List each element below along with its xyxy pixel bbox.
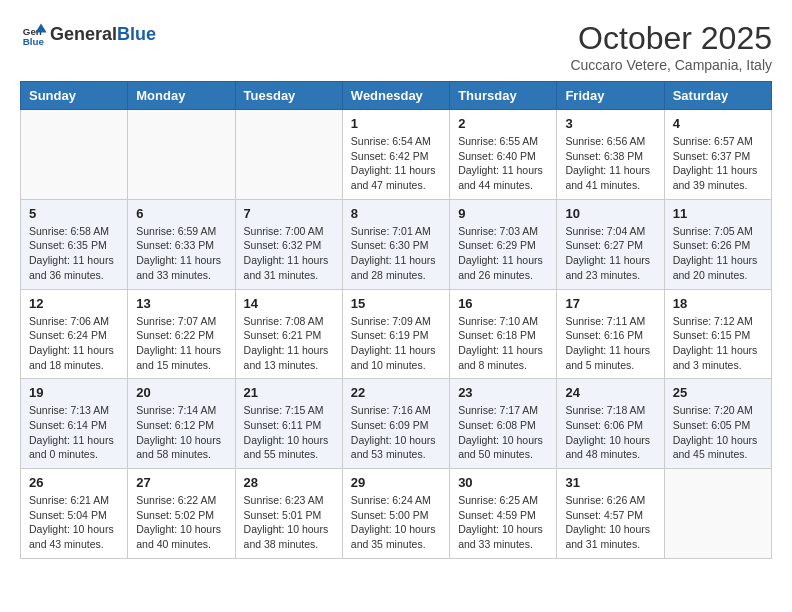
calendar-cell: 19Sunrise: 7:13 AM Sunset: 6:14 PM Dayli…	[21, 379, 128, 469]
calendar-week-5: 26Sunrise: 6:21 AM Sunset: 5:04 PM Dayli…	[21, 469, 772, 559]
day-info: Sunrise: 7:11 AM Sunset: 6:16 PM Dayligh…	[565, 314, 655, 373]
day-number: 16	[458, 296, 548, 311]
page-header: Gen Blue GeneralBlue October 2025 Cuccar…	[20, 20, 772, 73]
calendar-cell: 14Sunrise: 7:08 AM Sunset: 6:21 PM Dayli…	[235, 289, 342, 379]
weekday-header-saturday: Saturday	[664, 82, 771, 110]
calendar-cell: 13Sunrise: 7:07 AM Sunset: 6:22 PM Dayli…	[128, 289, 235, 379]
day-number: 28	[244, 475, 334, 490]
day-info: Sunrise: 7:04 AM Sunset: 6:27 PM Dayligh…	[565, 224, 655, 283]
day-number: 6	[136, 206, 226, 221]
day-info: Sunrise: 7:20 AM Sunset: 6:05 PM Dayligh…	[673, 403, 763, 462]
calendar-cell: 5Sunrise: 6:58 AM Sunset: 6:35 PM Daylig…	[21, 199, 128, 289]
day-info: Sunrise: 7:13 AM Sunset: 6:14 PM Dayligh…	[29, 403, 119, 462]
day-number: 17	[565, 296, 655, 311]
calendar-cell: 21Sunrise: 7:15 AM Sunset: 6:11 PM Dayli…	[235, 379, 342, 469]
day-number: 4	[673, 116, 763, 131]
day-number: 9	[458, 206, 548, 221]
day-number: 10	[565, 206, 655, 221]
calendar-cell: 16Sunrise: 7:10 AM Sunset: 6:18 PM Dayli…	[450, 289, 557, 379]
calendar-cell	[21, 110, 128, 200]
logo-text-blue: Blue	[117, 24, 156, 44]
day-info: Sunrise: 6:26 AM Sunset: 4:57 PM Dayligh…	[565, 493, 655, 552]
day-info: Sunrise: 6:25 AM Sunset: 4:59 PM Dayligh…	[458, 493, 548, 552]
day-info: Sunrise: 6:57 AM Sunset: 6:37 PM Dayligh…	[673, 134, 763, 193]
day-info: Sunrise: 7:10 AM Sunset: 6:18 PM Dayligh…	[458, 314, 548, 373]
calendar-cell: 3Sunrise: 6:56 AM Sunset: 6:38 PM Daylig…	[557, 110, 664, 200]
weekday-header-row: SundayMondayTuesdayWednesdayThursdayFrid…	[21, 82, 772, 110]
day-info: Sunrise: 7:18 AM Sunset: 6:06 PM Dayligh…	[565, 403, 655, 462]
day-number: 13	[136, 296, 226, 311]
calendar-cell: 28Sunrise: 6:23 AM Sunset: 5:01 PM Dayli…	[235, 469, 342, 559]
day-info: Sunrise: 6:59 AM Sunset: 6:33 PM Dayligh…	[136, 224, 226, 283]
calendar-cell: 30Sunrise: 6:25 AM Sunset: 4:59 PM Dayli…	[450, 469, 557, 559]
calendar-week-4: 19Sunrise: 7:13 AM Sunset: 6:14 PM Dayli…	[21, 379, 772, 469]
weekday-header-sunday: Sunday	[21, 82, 128, 110]
day-number: 26	[29, 475, 119, 490]
calendar-cell: 31Sunrise: 6:26 AM Sunset: 4:57 PM Dayli…	[557, 469, 664, 559]
day-number: 25	[673, 385, 763, 400]
calendar-cell: 15Sunrise: 7:09 AM Sunset: 6:19 PM Dayli…	[342, 289, 449, 379]
day-number: 31	[565, 475, 655, 490]
title-section: October 2025 Cuccaro Vetere, Campania, I…	[570, 20, 772, 73]
calendar-cell: 2Sunrise: 6:55 AM Sunset: 6:40 PM Daylig…	[450, 110, 557, 200]
day-number: 23	[458, 385, 548, 400]
day-info: Sunrise: 7:05 AM Sunset: 6:26 PM Dayligh…	[673, 224, 763, 283]
day-info: Sunrise: 6:22 AM Sunset: 5:02 PM Dayligh…	[136, 493, 226, 552]
logo: Gen Blue GeneralBlue	[20, 20, 156, 48]
day-info: Sunrise: 7:08 AM Sunset: 6:21 PM Dayligh…	[244, 314, 334, 373]
day-number: 14	[244, 296, 334, 311]
day-info: Sunrise: 7:03 AM Sunset: 6:29 PM Dayligh…	[458, 224, 548, 283]
calendar-cell: 20Sunrise: 7:14 AM Sunset: 6:12 PM Dayli…	[128, 379, 235, 469]
calendar-cell: 7Sunrise: 7:00 AM Sunset: 6:32 PM Daylig…	[235, 199, 342, 289]
day-info: Sunrise: 6:21 AM Sunset: 5:04 PM Dayligh…	[29, 493, 119, 552]
calendar-cell: 1Sunrise: 6:54 AM Sunset: 6:42 PM Daylig…	[342, 110, 449, 200]
calendar-cell: 23Sunrise: 7:17 AM Sunset: 6:08 PM Dayli…	[450, 379, 557, 469]
day-info: Sunrise: 7:12 AM Sunset: 6:15 PM Dayligh…	[673, 314, 763, 373]
day-number: 21	[244, 385, 334, 400]
day-number: 3	[565, 116, 655, 131]
day-info: Sunrise: 6:56 AM Sunset: 6:38 PM Dayligh…	[565, 134, 655, 193]
calendar-cell: 17Sunrise: 7:11 AM Sunset: 6:16 PM Dayli…	[557, 289, 664, 379]
calendar-cell: 22Sunrise: 7:16 AM Sunset: 6:09 PM Dayli…	[342, 379, 449, 469]
logo-text-general: General	[50, 24, 117, 44]
weekday-header-monday: Monday	[128, 82, 235, 110]
calendar-cell: 29Sunrise: 6:24 AM Sunset: 5:00 PM Dayli…	[342, 469, 449, 559]
day-info: Sunrise: 6:23 AM Sunset: 5:01 PM Dayligh…	[244, 493, 334, 552]
calendar-cell	[128, 110, 235, 200]
calendar-cell: 18Sunrise: 7:12 AM Sunset: 6:15 PM Dayli…	[664, 289, 771, 379]
weekday-header-thursday: Thursday	[450, 82, 557, 110]
day-info: Sunrise: 7:17 AM Sunset: 6:08 PM Dayligh…	[458, 403, 548, 462]
calendar-cell: 11Sunrise: 7:05 AM Sunset: 6:26 PM Dayli…	[664, 199, 771, 289]
day-number: 15	[351, 296, 441, 311]
day-info: Sunrise: 6:58 AM Sunset: 6:35 PM Dayligh…	[29, 224, 119, 283]
weekday-header-tuesday: Tuesday	[235, 82, 342, 110]
day-info: Sunrise: 7:15 AM Sunset: 6:11 PM Dayligh…	[244, 403, 334, 462]
day-number: 12	[29, 296, 119, 311]
day-info: Sunrise: 7:16 AM Sunset: 6:09 PM Dayligh…	[351, 403, 441, 462]
day-number: 5	[29, 206, 119, 221]
day-number: 24	[565, 385, 655, 400]
calendar-cell: 4Sunrise: 6:57 AM Sunset: 6:37 PM Daylig…	[664, 110, 771, 200]
day-info: Sunrise: 7:14 AM Sunset: 6:12 PM Dayligh…	[136, 403, 226, 462]
calendar-table: SundayMondayTuesdayWednesdayThursdayFrid…	[20, 81, 772, 559]
calendar-week-2: 5Sunrise: 6:58 AM Sunset: 6:35 PM Daylig…	[21, 199, 772, 289]
day-number: 18	[673, 296, 763, 311]
calendar-cell: 10Sunrise: 7:04 AM Sunset: 6:27 PM Dayli…	[557, 199, 664, 289]
day-info: Sunrise: 7:01 AM Sunset: 6:30 PM Dayligh…	[351, 224, 441, 283]
calendar-cell: 9Sunrise: 7:03 AM Sunset: 6:29 PM Daylig…	[450, 199, 557, 289]
day-number: 11	[673, 206, 763, 221]
calendar-cell: 8Sunrise: 7:01 AM Sunset: 6:30 PM Daylig…	[342, 199, 449, 289]
day-number: 8	[351, 206, 441, 221]
day-number: 22	[351, 385, 441, 400]
day-number: 20	[136, 385, 226, 400]
calendar-cell: 26Sunrise: 6:21 AM Sunset: 5:04 PM Dayli…	[21, 469, 128, 559]
day-number: 1	[351, 116, 441, 131]
logo-icon: Gen Blue	[20, 20, 48, 48]
calendar-cell	[235, 110, 342, 200]
day-number: 19	[29, 385, 119, 400]
weekday-header-friday: Friday	[557, 82, 664, 110]
weekday-header-wednesday: Wednesday	[342, 82, 449, 110]
calendar-cell: 25Sunrise: 7:20 AM Sunset: 6:05 PM Dayli…	[664, 379, 771, 469]
calendar-cell	[664, 469, 771, 559]
day-number: 2	[458, 116, 548, 131]
